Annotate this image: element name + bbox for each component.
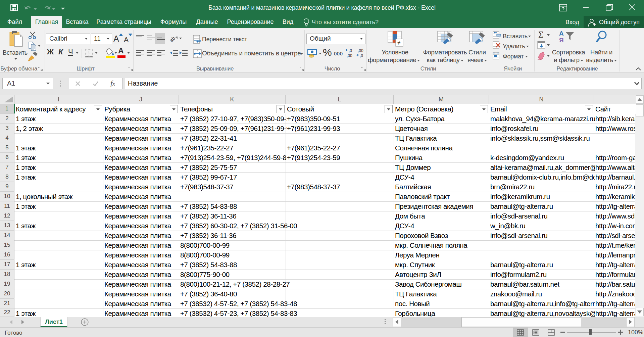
svg-text:≠: ≠ xyxy=(397,40,400,46)
svg-text:,0: ,0 xyxy=(349,48,352,53)
svg-text:А: А xyxy=(559,30,564,37)
svg-text:,00: ,00 xyxy=(358,48,363,53)
svg-text:Я: Я xyxy=(559,37,564,43)
svg-text:,00: ,00 xyxy=(347,53,352,58)
svg-text:,0: ,0 xyxy=(360,53,363,58)
svg-text:ab: ab xyxy=(170,35,176,43)
